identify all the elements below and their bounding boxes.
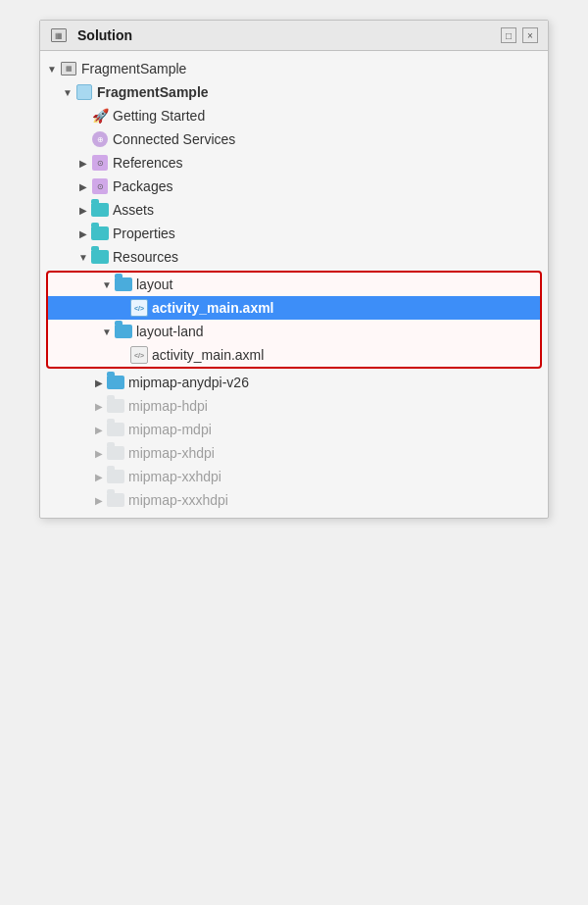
panel-header-left: ▦ Solution <box>50 26 132 44</box>
expand-arrow-layout-land[interactable] <box>99 324 115 339</box>
expand-arrow-connected-services <box>75 131 91 147</box>
mipmap-anydpi-label: mipmap-anydpi-v26 <box>128 375 249 390</box>
mipmap-xhdpi-icon <box>107 444 124 462</box>
panel-controls: □ × <box>501 27 538 43</box>
expand-arrow-activity-main-2 <box>115 347 130 363</box>
mipmap-mdpi-icon <box>107 421 124 438</box>
properties-label: Properties <box>113 226 175 241</box>
tree-item-resources[interactable]: Resources <box>40 245 548 269</box>
expand-arrow-getting-started <box>75 108 91 124</box>
layout-land-label: layout-land <box>136 324 204 339</box>
tree-item-references[interactable]: ⊙ References <box>40 151 548 175</box>
layout-label: layout <box>136 277 172 292</box>
tree-item-layout-land[interactable]: layout-land <box>48 320 540 343</box>
connected-services-label: Connected Services <box>113 131 235 147</box>
tree-content: ▦ FragmentSample FragmentSample 🚀 Gettin… <box>40 51 548 518</box>
mipmap-hdpi-label: mipmap-hdpi <box>128 398 208 414</box>
activity-main-label-1: activity_main.axml <box>152 300 274 316</box>
project-label: FragmentSample <box>97 84 209 100</box>
tree-item-mipmap-xhdpi[interactable]: mipmap-xhdpi <box>40 441 548 465</box>
tree-item-mipmap-xxxhdpi[interactable]: mipmap-xxxhdpi <box>40 488 548 512</box>
panel-title: Solution <box>77 27 132 43</box>
resources-icon <box>91 248 109 266</box>
assets-label: Assets <box>113 202 154 218</box>
expand-arrow-mipmap-xxhdpi[interactable] <box>91 469 107 484</box>
references-icon: ⊙ <box>91 154 109 172</box>
tree-item-mipmap-mdpi[interactable]: mipmap-mdpi <box>40 418 548 441</box>
red-highlight-box: layout </> activity_main.axml layout-lan… <box>46 271 542 369</box>
expand-arrow-mipmap-mdpi[interactable] <box>91 422 107 437</box>
getting-started-label: Getting Started <box>113 108 205 124</box>
packages-label: Packages <box>113 178 172 194</box>
expand-arrow-mipmap-xxxhdpi[interactable] <box>91 492 107 508</box>
mipmap-xhdpi-label: mipmap-xhdpi <box>128 445 215 461</box>
activity-main-xml-icon-2: </> <box>130 346 148 364</box>
resources-label: Resources <box>113 249 178 265</box>
tree-item-mipmap-hdpi[interactable]: mipmap-hdpi <box>40 394 548 418</box>
connected-services-icon: ⊕ <box>91 130 109 148</box>
solution-panel: ▦ Solution □ × ▦ FragmentSample Fragment… <box>39 20 549 519</box>
expand-arrow-assets[interactable] <box>75 202 91 218</box>
tree-item-project[interactable]: FragmentSample <box>40 80 548 104</box>
activity-main-label-2: activity_main.axml <box>152 347 264 363</box>
tree-item-getting-started[interactable]: 🚀 Getting Started <box>40 104 548 127</box>
mipmap-xxxhdpi-icon <box>107 491 124 509</box>
layout-folder-icon <box>115 276 132 293</box>
mipmap-anydpi-icon <box>107 374 124 391</box>
expand-arrow-mipmap-xhdpi[interactable] <box>91 445 107 461</box>
expand-arrow-packages[interactable] <box>75 178 91 194</box>
expand-arrow-properties[interactable] <box>75 226 91 241</box>
panel-header: ▦ Solution □ × <box>40 21 548 51</box>
tree-item-activity-main-2[interactable]: </> activity_main.axml <box>48 343 540 367</box>
tree-item-mipmap-xxhdpi[interactable]: mipmap-xxhdpi <box>40 465 548 488</box>
expand-arrow-mipmap-hdpi[interactable] <box>91 398 107 414</box>
layout-land-folder-icon <box>115 323 132 340</box>
tree-item-solution-root[interactable]: ▦ FragmentSample <box>40 57 548 80</box>
activity-main-xml-icon-1: </> <box>130 299 148 317</box>
solution-icon: ▦ <box>60 60 77 77</box>
expand-arrow-resources[interactable] <box>75 249 91 265</box>
minimize-button[interactable]: □ <box>501 27 516 43</box>
expand-arrow-solution[interactable] <box>44 61 60 76</box>
tree-item-layout[interactable]: layout <box>48 273 540 296</box>
expand-arrow-layout[interactable] <box>99 277 115 292</box>
tree-item-activity-main-1[interactable]: </> activity_main.axml <box>48 296 540 320</box>
assets-icon <box>91 201 109 219</box>
tree-item-mipmap-anydpi[interactable]: mipmap-anydpi-v26 <box>40 371 548 394</box>
close-button[interactable]: × <box>522 27 538 43</box>
solution-root-label: FragmentSample <box>81 61 186 76</box>
mipmap-xxhdpi-icon <box>107 468 124 485</box>
getting-started-icon: 🚀 <box>91 107 109 125</box>
references-label: References <box>113 155 183 171</box>
tree-item-assets[interactable]: Assets <box>40 198 548 222</box>
mipmap-xxhdpi-label: mipmap-xxhdpi <box>128 469 221 484</box>
expand-arrow-references[interactable] <box>75 155 91 171</box>
mipmap-mdpi-label: mipmap-mdpi <box>128 422 212 437</box>
tree-item-properties[interactable]: Properties <box>40 222 548 245</box>
mipmap-xxxhdpi-label: mipmap-xxxhdpi <box>128 492 228 508</box>
solution-header-icon: ▦ <box>50 26 68 44</box>
packages-icon: ⊙ <box>91 177 109 195</box>
expand-arrow-activity-main-1 <box>115 300 130 316</box>
tree-item-packages[interactable]: ⊙ Packages <box>40 175 548 198</box>
properties-icon <box>91 225 109 242</box>
expand-arrow-mipmap-anydpi[interactable] <box>91 375 107 390</box>
project-icon <box>75 83 93 101</box>
expand-arrow-project[interactable] <box>60 84 75 100</box>
tree-item-connected-services[interactable]: ⊕ Connected Services <box>40 127 548 151</box>
mipmap-hdpi-icon <box>107 397 124 415</box>
